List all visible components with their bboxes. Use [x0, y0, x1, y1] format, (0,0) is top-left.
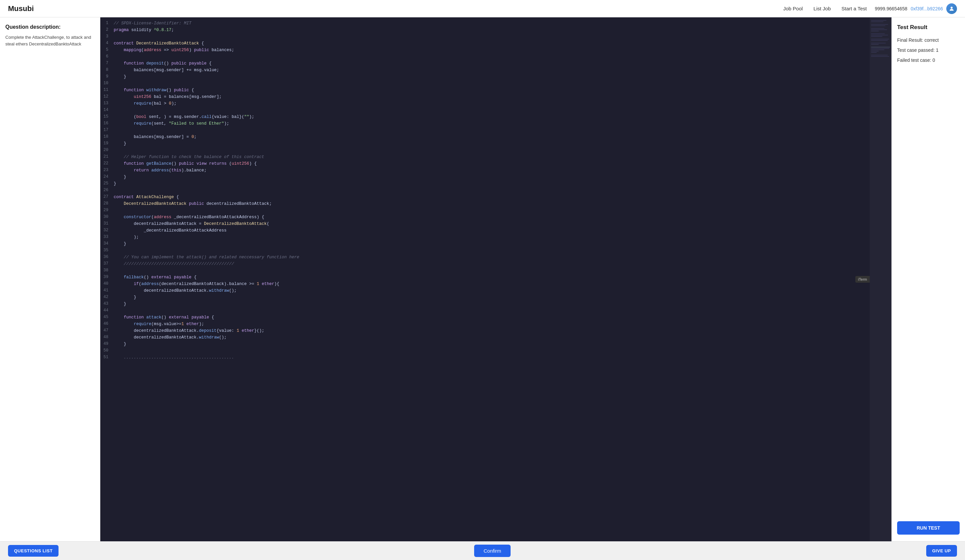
iterm-badge[interactable]: iTerm	[855, 276, 870, 282]
table-row: 9 }	[100, 73, 891, 80]
table-row: 51 .....................................…	[100, 354, 891, 361]
questions-list-button[interactable]: QUESTIONS LIST	[8, 545, 59, 557]
table-row: 29	[100, 207, 891, 214]
table-row: 21 // Helper function to check the balan…	[100, 154, 891, 160]
wallet-balance: 9999.96654658	[875, 6, 907, 11]
table-row: 8 balances[msg.sender] += msg.value;	[100, 67, 891, 73]
table-row: 50	[100, 348, 891, 354]
code-container[interactable]: 1 // SPDX-License-Identifier: MIT 2 prag…	[100, 17, 891, 541]
result-failed: Failed test case: 0	[897, 57, 960, 63]
main-nav: Job Pool List Job Start a Test	[783, 6, 867, 11]
footer: QUESTIONS LIST Confirm GIVE UP	[0, 541, 965, 560]
table-row: 20	[100, 147, 891, 154]
table-row: 48 decentralizedBanktoAttack.withdraw();	[100, 334, 891, 341]
test-result-title: Test Result	[897, 24, 960, 31]
table-row: 35	[100, 247, 891, 254]
run-test-button[interactable]: RUN TEST	[897, 521, 960, 535]
question-title: Question description:	[5, 24, 95, 30]
give-up-button[interactable]: GIVE UP	[926, 545, 957, 557]
nav-list-job[interactable]: List Job	[813, 6, 831, 11]
table-row: 31 decentralizedBanktoAttack = Decentral…	[100, 220, 891, 227]
right-panel: Test Result Final Result: correct Test c…	[891, 17, 965, 541]
table-row: 30 constructor(address _decentralizedBan…	[100, 214, 891, 220]
table-row: 33 );	[100, 234, 891, 240]
result-final: Final Result: correct	[897, 38, 960, 43]
table-row: 23 return address(this).balance;	[100, 167, 891, 174]
table-row: 2 pragma solidity ^0.8.17;	[100, 27, 891, 33]
table-row: 6	[100, 54, 891, 60]
table-row: 19 }	[100, 140, 891, 147]
table-row: 14	[100, 107, 891, 114]
table-row: 25 }	[100, 180, 891, 187]
left-panel: Question description: Complete the Attac…	[0, 17, 100, 541]
table-row: 26	[100, 187, 891, 194]
wallet-info: 9999.96654658 0xf39f...b92266	[875, 3, 957, 14]
wallet-address[interactable]: 0xf39f...b92266	[911, 6, 943, 11]
editor-wrapper: 1 // SPDX-License-Identifier: MIT 2 prag…	[100, 17, 891, 541]
table-row: 1 // SPDX-License-Identifier: MIT	[100, 20, 891, 27]
table-row: 10	[100, 80, 891, 87]
table-row: 5 mapping(address => uint256) public bal…	[100, 47, 891, 54]
footer-left: QUESTIONS LIST	[8, 545, 59, 557]
main-content: Question description: Complete the Attac…	[0, 17, 965, 541]
table-row: 38	[100, 267, 891, 274]
table-row: 43 }	[100, 301, 891, 307]
table-row: 47 decentralizedBanktoAttack.deposit{val…	[100, 327, 891, 334]
logo: Musubi	[8, 4, 783, 13]
table-row: 18 balances[msg.sender] = 0;	[100, 134, 891, 140]
code-editor[interactable]: 1 // SPDX-License-Identifier: MIT 2 prag…	[100, 17, 891, 541]
table-row: 34 }	[100, 240, 891, 247]
question-description: Complete the AttackChallenge, to attack …	[5, 34, 95, 47]
table-row: 22 function getBalance() public view ret…	[100, 160, 891, 167]
table-row: 40 if(address(decentralizedBanktoAttack)…	[100, 281, 891, 287]
table-row: 45 function attack() external payable {	[100, 314, 891, 321]
table-row: 13 require(bal > 0);	[100, 100, 891, 107]
table-row: 42 }	[100, 294, 891, 301]
table-row: 44	[100, 307, 891, 314]
table-row: 41 decentralizedBanktoAttack.withdraw();	[100, 287, 891, 294]
table-row: 37 /////////////////////////////////////…	[100, 261, 891, 267]
confirm-button[interactable]: Confirm	[474, 545, 510, 557]
nav-job-pool[interactable]: Job Pool	[783, 6, 803, 11]
table-row: 32 _decentralizedBanktoAttackAddress	[100, 227, 891, 234]
svg-point-0	[950, 7, 953, 9]
table-row: 24 }	[100, 174, 891, 180]
table-row: 17	[100, 127, 891, 134]
code-minimap	[870, 17, 891, 541]
table-row: 11 function withdraw() public {	[100, 87, 891, 93]
header: Musubi Job Pool List Job Start a Test 99…	[0, 0, 965, 17]
table-row: 12 uint256 bal = balances[msg.sender];	[100, 93, 891, 100]
table-row: 46 require(msg.value>=1 ether);	[100, 321, 891, 327]
table-row: 7 function deposit() public payable {	[100, 60, 891, 67]
table-row: 36 // You can implement the attack() and…	[100, 254, 891, 261]
nav-start-test[interactable]: Start a Test	[842, 6, 867, 11]
table-row: 3	[100, 33, 891, 40]
table-row: 27 contract AttackChallenge {	[100, 194, 891, 201]
table-row: 28 DecentralizedBanktoAttack public dece…	[100, 201, 891, 207]
table-row: 49 }	[100, 341, 891, 348]
avatar[interactable]	[946, 3, 957, 14]
table-row: 4 contract DecentralizedBanktoAttack {	[100, 40, 891, 47]
result-passed: Test case passed: 1	[897, 47, 960, 53]
table-row: 15 (bool sent, ) = msg.sender.call{value…	[100, 114, 891, 120]
table-row: 16 require(sent, "Failed to send Ether")…	[100, 120, 891, 127]
table-row: 39 fallback() external payable {	[100, 274, 891, 281]
